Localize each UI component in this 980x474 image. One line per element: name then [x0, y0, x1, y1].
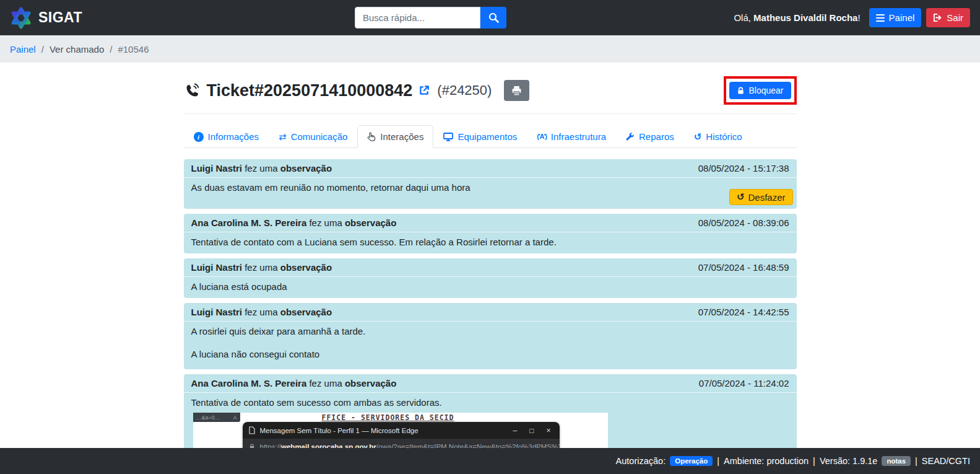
- breadcrumb-painel[interactable]: Painel: [10, 44, 36, 55]
- autorizacao-label: Autorização:: [616, 456, 666, 466]
- interaction-body: A rosirlei quis deixar para amanhã a tar…: [184, 322, 797, 369]
- wrench-icon: [626, 133, 635, 141]
- brand-name: SIGAT: [38, 9, 82, 26]
- interaction-item: Ana Carolina M. S. Pereira fez uma obser…: [184, 214, 797, 253]
- autorizacao-badge: Operação: [670, 456, 713, 466]
- info-icon: i: [194, 132, 204, 142]
- lock-icon: [737, 87, 745, 95]
- hamburger-icon: [876, 14, 885, 22]
- notas-badge[interactable]: notas: [882, 456, 911, 466]
- page-title: Ticket#2025071410000842: [207, 81, 413, 100]
- search-icon: [488, 12, 499, 23]
- painel-button[interactable]: Painel: [869, 8, 922, 27]
- tab-historico[interactable]: ↺ Histórico: [684, 125, 752, 148]
- quick-search: [355, 7, 506, 29]
- annotation-highlight-box: Bloquear: [724, 76, 796, 105]
- browser-fragment: …&a=0…A: [193, 413, 240, 422]
- breadcrumb: Painel / Ver chamado / #10546: [0, 35, 980, 63]
- interaction-body: A luciana está ocupada: [184, 277, 797, 298]
- ambiente-label: Ambiente: production: [724, 456, 809, 466]
- undo-icon: ↺: [737, 191, 745, 203]
- tab-equipamentos[interactable]: Equipamentos: [433, 125, 527, 148]
- interaction-item: Luigi Nastri fez uma observação 07/05/20…: [184, 303, 797, 369]
- interaction-datetime: 08/05/2024 - 15:17:38: [698, 163, 789, 173]
- user-name: Matheus Divaldil Rocha: [753, 12, 857, 23]
- print-button[interactable]: [504, 80, 529, 101]
- tab-comunicacao[interactable]: ⇄ Comunicação: [269, 125, 357, 148]
- sign-out-icon: [933, 13, 942, 22]
- breadcrumb-current: #10546: [118, 44, 149, 55]
- interaction-datetime: 07/05/2024 - 14:42:55: [698, 307, 789, 317]
- minimize-icon: –: [513, 426, 518, 435]
- interaction-body: Tentativa de contato com a Luciana sem s…: [184, 232, 797, 253]
- exchange-icon: ⇄: [279, 132, 287, 141]
- navbar-right: Olá, Matheus Divaldil Rocha! Painel Sair: [734, 8, 970, 27]
- author-name: Ana Carolina M. S. Pereira: [191, 378, 307, 388]
- greeting: Olá, Matheus Divaldil Rocha!: [734, 12, 860, 23]
- search-button[interactable]: [480, 7, 506, 29]
- printer-icon: [511, 86, 522, 96]
- interaction-datetime: 07/05/2024 - 16:48:59: [698, 262, 789, 273]
- main-content: Ticket#2025071410000842 (#24250) Bloquea…: [184, 63, 797, 474]
- close-icon: ×: [546, 426, 550, 435]
- versao-label: Versão: 1.9.1e: [820, 456, 878, 466]
- tab-reparos[interactable]: Reparos: [616, 125, 684, 148]
- sair-button[interactable]: Sair: [926, 8, 970, 27]
- page-doc-icon: [249, 426, 255, 434]
- broadcast-tower-icon: ('A'): [537, 133, 547, 140]
- hand-pointer-icon: [367, 132, 376, 141]
- desktop-icon: [443, 133, 453, 141]
- interaction-datetime: 07/05/2024 - 11:24:02: [699, 378, 789, 388]
- external-link-icon[interactable]: [418, 85, 430, 96]
- ticket-tabs: i Informações ⇄ Comunicação Interações E…: [184, 125, 797, 148]
- org-label: SEAD/CGTI: [922, 456, 970, 466]
- author-name: Luigi Nastri: [191, 163, 243, 173]
- edge-window-title: Mensagem Sem Título - Perfil 1 — Microso…: [260, 427, 508, 434]
- ticket-header: Ticket#2025071410000842 (#24250) Bloquea…: [184, 76, 797, 105]
- breadcrumb-ver-chamado: Ver chamado: [50, 44, 104, 55]
- tab-interacoes[interactable]: Interações: [357, 125, 433, 148]
- author-name: Luigi Nastri: [191, 262, 243, 273]
- tab-informacoes[interactable]: i Informações: [184, 125, 269, 148]
- author-name: Luigi Nastri: [191, 307, 243, 317]
- search-input[interactable]: [355, 7, 480, 29]
- navbar: SIGAT Olá, Matheus Divaldil Rocha! Paine…: [0, 0, 980, 35]
- interaction-item: Luigi Nastri fez uma observação 07/05/20…: [184, 258, 797, 298]
- maximize-icon: □: [529, 426, 534, 435]
- sigat-logo-icon: [10, 7, 32, 29]
- history-icon: ↺: [694, 132, 702, 141]
- brand-link[interactable]: SIGAT: [10, 7, 82, 29]
- attachment-background-text: FFICE - SERVIDORES DA SECID: [322, 413, 454, 422]
- tab-infraestrutura[interactable]: ('A') Infraestrutura: [527, 125, 616, 148]
- interactions-list: Luigi Nastri fez uma observação 08/05/20…: [184, 159, 797, 474]
- interaction-datetime: 08/05/2024 - 08:39:06: [698, 217, 789, 228]
- bloquear-button[interactable]: Bloquear: [729, 82, 791, 99]
- desfazer-button[interactable]: ↺ Desfazer: [729, 189, 793, 205]
- footer: Autorização: Operação | Ambiente: produc…: [0, 448, 980, 474]
- header-divider: [184, 113, 797, 114]
- page: SIGAT Olá, Matheus Divaldil Rocha! Paine…: [0, 0, 980, 474]
- phone-volume-icon: [184, 82, 201, 99]
- interaction-body: As duas estavam em reunião no momento, r…: [184, 178, 797, 209]
- ticket-internal-id: (#24250): [437, 82, 492, 99]
- author-name: Ana Carolina M. S. Pereira: [191, 217, 307, 228]
- interaction-item: Luigi Nastri fez uma observação 08/05/20…: [184, 159, 797, 209]
